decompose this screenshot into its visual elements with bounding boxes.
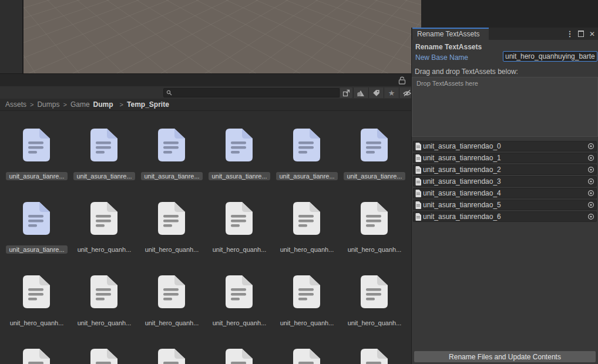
textasset-name: unit_asura_tianrendao_4: [423, 189, 587, 197]
textasset-list-row[interactable]: unit_asura_tianrendao_5: [413, 200, 597, 210]
object-picker-icon[interactable]: [587, 166, 594, 173]
textasset-file-icon: [415, 143, 421, 150]
textasset-name: unit_asura_tianrendao_2: [423, 166, 587, 174]
drag-drop-label: Drag and drop TextAssets below:: [415, 68, 518, 76]
asset-grid-item[interactable]: [273, 332, 341, 364]
new-base-name-input[interactable]: [503, 51, 597, 62]
close-icon[interactable]: ✕: [589, 31, 596, 38]
textasset-file-icon: [415, 190, 421, 197]
asset-label-text: unit_asura_tianre...: [6, 245, 67, 254]
asset-label: unit_asura_tianre...: [206, 173, 273, 180]
textasset-name: unit_asura_tianrendao_0: [423, 142, 587, 150]
asset-grid-item[interactable]: unit_hero_quanh...: [341, 185, 408, 258]
asset-grid-item[interactable]: [3, 332, 70, 364]
breadcrumb-item[interactable]: Dumps: [37, 100, 59, 109]
object-picker-icon[interactable]: [587, 178, 594, 185]
window-menu-icon[interactable]: ⋮: [566, 31, 573, 38]
asset-grid-item[interactable]: [341, 332, 408, 364]
lock-open-icon[interactable]: [397, 76, 406, 85]
asset-grid-item[interactable]: unit_asura_tianre...: [273, 112, 341, 185]
asset-grid-item[interactable]: unit_hero_quanh...: [341, 258, 408, 332]
asset-grid-item[interactable]: unit_hero_quanh...: [70, 258, 138, 332]
textasset-file-icon: [415, 166, 421, 174]
editor-background: [421, 0, 598, 28]
textasset-file-icon: [415, 154, 421, 162]
object-picker-icon[interactable]: [587, 213, 594, 220]
asset-label: unit_asura_tianre...: [3, 173, 70, 180]
asset-label: unit_hero_quanh...: [341, 246, 408, 253]
panel-title: Rename TextAssets: [415, 43, 482, 51]
object-picker-icon[interactable]: [587, 201, 594, 208]
asset-label: unit_hero_quanh...: [206, 319, 273, 326]
asset-grid-item[interactable]: unit_asura_tianre...: [70, 112, 138, 185]
breadcrumb-item[interactable]: Assets: [5, 100, 26, 109]
textasset-list-row[interactable]: unit_asura_tianrendao_4: [413, 188, 597, 198]
asset-grid-item[interactable]: [206, 332, 273, 364]
breadcrumb-separator: >: [63, 101, 66, 108]
asset-label: unit_hero_quanh...: [273, 246, 341, 253]
scene-grid: [23, 0, 421, 73]
filter-by-type-icon: [357, 89, 365, 97]
open-search-window-icon: [342, 89, 350, 97]
asset-label: unit_hero_quanh...: [70, 246, 138, 253]
asset-grid: unit_asura_tianre...unit_asura_tianre...…: [3, 112, 412, 364]
drop-zone-placeholder: Drop TextAssets here: [412, 77, 597, 87]
breadcrumb-item[interactable]: Temp_Sprite: [127, 100, 169, 109]
tab-label: Rename TextAssets: [412, 29, 489, 39]
asset-grid-item[interactable]: unit_hero_quanh...: [273, 185, 341, 258]
textasset-file-icon: [415, 201, 421, 209]
textasset-file-icon: [415, 178, 421, 186]
asset-label: unit_hero_quanh...: [341, 319, 408, 326]
textasset-list-row[interactable]: unit_asura_tianrendao_1: [413, 153, 597, 163]
asset-grid-item[interactable]: unit_hero_quanh...: [3, 258, 70, 332]
favorites-star-icon: ★: [388, 89, 395, 97]
search-field[interactable]: [163, 88, 340, 97]
rename-files-button[interactable]: Rename Files and Update Contents: [414, 350, 596, 363]
maximize-icon[interactable]: [577, 31, 584, 38]
asset-grid-item[interactable]: unit_hero_quanh...: [138, 185, 206, 258]
textasset-name: unit_asura_tianrendao_3: [423, 177, 587, 186]
breadcrumb-item[interactable]: Dump: [93, 100, 113, 109]
window-controls: ⋮ ✕: [566, 28, 596, 40]
hidden-visibility-icon: [402, 89, 412, 97]
filter-by-label-button[interactable]: [368, 87, 384, 98]
textasset-list-row[interactable]: unit_asura_tianrendao_3: [413, 176, 597, 187]
search-input[interactable]: [174, 89, 339, 97]
asset-grid-item[interactable]: unit_hero_quanh...: [206, 258, 273, 332]
asset-grid-item[interactable]: [138, 332, 206, 364]
scene-view[interactable]: [23, 0, 421, 73]
asset-grid-item[interactable]: unit_hero_quanh...: [273, 258, 341, 332]
search-icon: [166, 90, 172, 96]
favorites-button[interactable]: ★: [384, 87, 399, 98]
textasset-list: unit_asura_tianrendao_0unit_asura_tianre…: [413, 141, 597, 223]
asset-grid-item[interactable]: unit_asura_tianre...: [138, 112, 206, 185]
asset-grid-item[interactable]: [70, 332, 138, 364]
filter-by-type-button[interactable]: [353, 87, 368, 98]
tab-rename-textassets[interactable]: Rename TextAssets: [412, 28, 489, 40]
drop-zone[interactable]: Drop TextAssets here: [412, 77, 598, 137]
object-picker-icon[interactable]: [587, 143, 594, 150]
asset-grid-item[interactable]: unit_asura_tianre...: [206, 112, 273, 185]
textasset-name: unit_asura_tianrendao_5: [423, 201, 587, 209]
object-picker-icon[interactable]: [587, 190, 594, 197]
asset-label: unit_hero_quanh...: [138, 246, 206, 253]
asset-label-text: unit_asura_tianre...: [344, 172, 405, 180]
asset-label: unit_asura_tianre...: [138, 173, 206, 180]
textasset-file-icon: [415, 213, 421, 221]
textasset-list-row[interactable]: unit_asura_tianrendao_0: [413, 141, 597, 151]
asset-grid-item[interactable]: unit_asura_tianre...: [3, 185, 70, 258]
object-picker-icon[interactable]: [587, 154, 594, 161]
rename-textassets-window: Rename TextAssets ⋮ ✕ Rename TextAssets …: [411, 28, 598, 364]
asset-grid-item[interactable]: unit_asura_tianre...: [341, 112, 408, 185]
asset-label: unit_asura_tianre...: [341, 173, 408, 180]
asset-grid-item[interactable]: unit_hero_quanh...: [138, 258, 206, 332]
textasset-list-row[interactable]: unit_asura_tianrendao_6: [413, 211, 597, 222]
asset-grid-item[interactable]: unit_hero_quanh...: [206, 185, 273, 258]
asset-grid-item[interactable]: unit_asura_tianre...: [3, 112, 70, 185]
textasset-list-row[interactable]: unit_asura_tianrendao_2: [413, 164, 597, 175]
open-search-window-button[interactable]: [340, 87, 352, 98]
breadcrumb-item[interactable]: Game: [70, 100, 90, 109]
rename-window-body: Rename TextAssets New Base Name Drag and…: [412, 40, 598, 364]
asset-grid-item[interactable]: unit_hero_quanh...: [70, 185, 138, 258]
new-base-name-label: New Base Name: [415, 53, 468, 62]
